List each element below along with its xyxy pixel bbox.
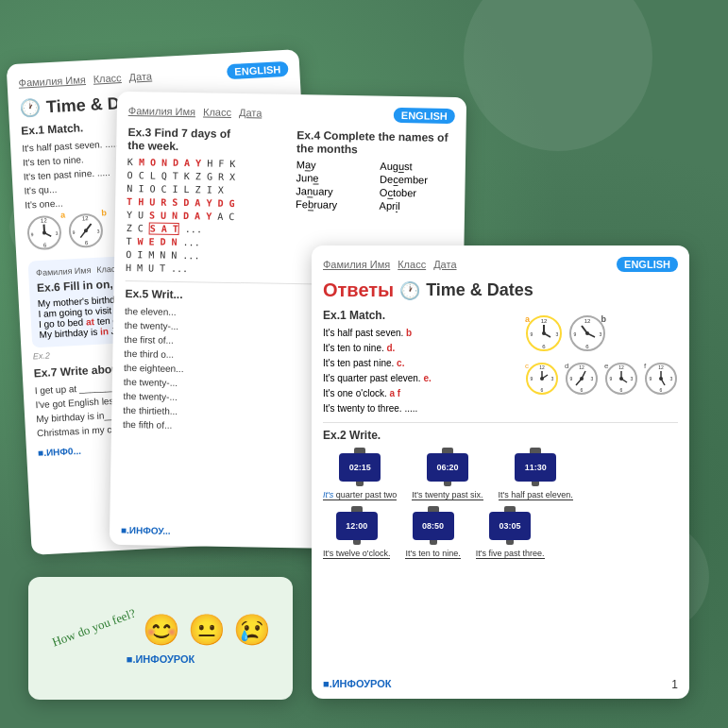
watch-0215: 02:15 It's quarter past two <box>323 448 397 500</box>
ex3-title: Ex.3 Find 7 days ofthe week. <box>127 126 285 155</box>
svg-text:3: 3 <box>600 331 602 337</box>
svg-text:3: 3 <box>55 230 58 236</box>
ex3-section: Ex.3 Find 7 days ofthe week. K M O N D A… <box>126 126 286 278</box>
answer-0850: It's ten to nine. <box>405 549 460 559</box>
answers-card: Фамилия Имя Класс Дата ENGLISH Ответы 🕐 … <box>312 245 689 699</box>
month-january: January <box>296 185 370 197</box>
svg-text:9: 9 <box>72 229 75 235</box>
date-label-c2: Дата <box>239 107 262 118</box>
watch-display-0305: 03:05 <box>489 512 531 540</box>
svg-text:12: 12 <box>584 318 591 324</box>
logo-c2: ■.ИНФОУ... <box>121 525 171 536</box>
svg-text:12: 12 <box>541 318 548 324</box>
svg-text:6: 6 <box>660 387 663 393</box>
logo-emoji: ■.ИНФОУРОК <box>127 653 195 665</box>
ex2-answer-title: Ex.2 Write. <box>323 429 678 442</box>
svg-point-63 <box>659 377 663 381</box>
svg-point-39 <box>540 377 544 381</box>
family-label-c2: Фамилия Имя <box>128 105 195 117</box>
answer-0305: It's five past three. <box>476 549 545 559</box>
logo-c3: ■.ИНФОУРОК <box>323 678 392 689</box>
answer-title-icon: 🕐 <box>399 280 420 301</box>
month-december: December <box>380 174 454 186</box>
svg-text:9: 9 <box>31 231 34 237</box>
watch-row-1: 02:15 It's quarter past two 06:20 It's t… <box>323 448 678 500</box>
clock-row-bottom: 12 3 6 9 c 12 3 6 <box>525 362 678 399</box>
watch-1130: 11:30 It's half past eleven. <box>499 448 573 500</box>
watch-row-2: 12:00 It's twelve o'clock. 08:50 It's te… <box>323 506 678 559</box>
svg-text:12: 12 <box>579 364 584 370</box>
svg-text:6: 6 <box>620 387 623 393</box>
svg-text:12: 12 <box>618 364 624 370</box>
month-april: April <box>380 200 454 212</box>
match-4: It's quarter past eleven. e. <box>323 371 516 386</box>
watch-1200: 12:00 It's twelve o'clock. <box>323 506 390 559</box>
watch-display-0215: 02:15 <box>339 453 381 482</box>
curved-text: How do you feel? <box>50 606 138 651</box>
class-label-c2: Класс <box>203 106 231 118</box>
clock-ans-d: 12 3 6 9 <box>565 362 599 396</box>
english-badge-c2: ENGLISH <box>394 108 455 124</box>
clock-ans-e: 12 3 6 9 <box>604 362 638 396</box>
month-june: June <box>296 172 371 184</box>
svg-text:9: 9 <box>531 331 533 337</box>
match-1: It's half past seven. b <box>323 326 516 341</box>
watch-0850: 08:50 It's ten to nine. <box>405 506 460 559</box>
ex1-answers-text: Ex.1 Match. It's half past seven. b It's… <box>323 309 516 416</box>
svg-point-55 <box>619 377 623 381</box>
svg-text:12: 12 <box>539 364 545 370</box>
svg-text:12: 12 <box>658 364 664 370</box>
watch-display-1200: 12:00 <box>336 512 378 540</box>
title-icon-c1: 🕐 <box>19 97 41 119</box>
svg-text:12: 12 <box>82 215 90 221</box>
ex1-answer-title: Ex.1 Match. <box>323 309 516 322</box>
answer-title-text: Time & Dates <box>426 280 533 300</box>
svg-text:9: 9 <box>650 376 652 381</box>
answer-0215: It's quarter past two <box>323 490 397 500</box>
month-may: May <box>296 159 371 171</box>
watch-0305: 03:05 It's five past three. <box>476 506 545 559</box>
ex1-clocks: 12 3 6 9 a 12 3 6 <box>525 309 678 416</box>
answer-title: Ответы <box>323 279 394 301</box>
word-grid: K M O N D A Y H F K O C L Q T K Z G R X … <box>126 156 285 278</box>
class-label-c1: Класс <box>93 72 122 85</box>
english-badge-c3: ENGLISH <box>617 257 678 272</box>
svg-text:3: 3 <box>96 229 99 234</box>
svg-text:9: 9 <box>574 331 577 337</box>
svg-text:3: 3 <box>670 376 673 381</box>
emoji-sad: 😢 <box>233 612 271 648</box>
family-label-c3: Фамилия Имя <box>323 259 390 270</box>
month-august: August <box>380 161 454 173</box>
watch-0620: 06:20 It's twenty past six. <box>412 448 483 500</box>
svg-point-23 <box>542 331 546 335</box>
months-table: May August June December January October… <box>296 159 454 212</box>
clock-b: 12 3 6 9 <box>67 212 105 249</box>
answer-1130: It's half past eleven. <box>499 490 573 500</box>
month-february: February <box>296 198 370 211</box>
svg-text:9: 9 <box>610 376 613 381</box>
answer-0620: It's twenty past six. <box>412 490 483 500</box>
page-number: 1 <box>671 678 678 691</box>
emoji-card: How do you feel? 😊 😐 😢 ■.ИНФОУРОК <box>28 577 293 700</box>
svg-text:3: 3 <box>556 331 559 337</box>
clock-ans-a: 12 3 6 9 <box>525 314 563 352</box>
match-6: It's twenty to three. ..... <box>323 401 516 416</box>
clock-row-top: 12 3 6 9 a 12 3 6 <box>525 314 678 356</box>
clock-ans-f: 12 3 6 9 <box>644 362 678 396</box>
watch-display-0850: 08:50 <box>413 512 454 540</box>
svg-text:12: 12 <box>41 217 48 223</box>
ex6-family: Фамилия Имя <box>36 265 92 278</box>
emoji-neutral: 😐 <box>188 612 226 648</box>
watch-display-0620: 06:20 <box>427 453 468 482</box>
date-label-c1: Дата <box>128 70 152 82</box>
english-badge-c1: ENGLISH <box>227 61 289 79</box>
ex1-answers-row: Ex.1 Match. It's half past seven. b It's… <box>323 309 678 416</box>
svg-text:9: 9 <box>531 376 533 381</box>
svg-text:9: 9 <box>570 376 573 381</box>
date-label-c3: Дата <box>433 259 456 270</box>
family-label-c1: Фамилия Имя <box>18 74 86 89</box>
svg-text:3: 3 <box>591 376 594 381</box>
watch-display-1130: 11:30 <box>515 453 556 482</box>
match-2: It's ten to nine. d. <box>323 341 516 356</box>
svg-text:6: 6 <box>541 387 544 393</box>
